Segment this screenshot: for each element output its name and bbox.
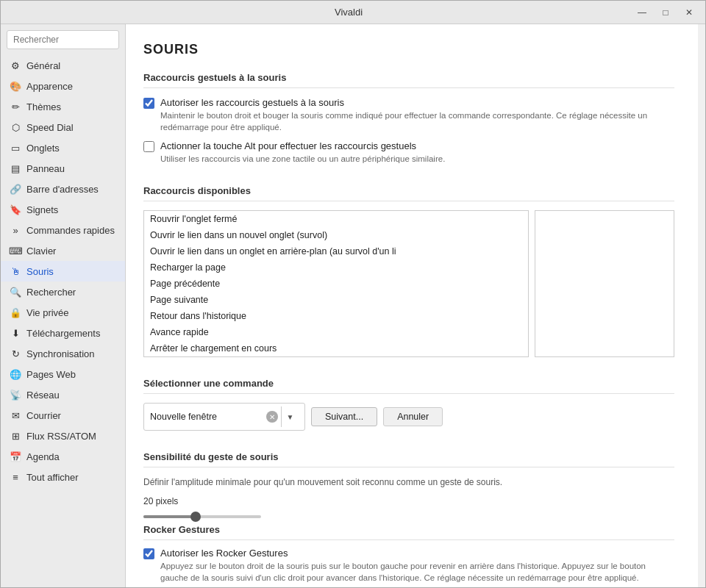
speed-dial-icon: ⬡	[10, 121, 21, 133]
sidebar-item-onglets[interactable]: ▭ Onglets	[1, 137, 125, 158]
sidebar-item-speed-dial[interactable]: ⬡ Speed Dial	[1, 117, 125, 137]
checkbox-label-1[interactable]: Autoriser les raccourcis gestuels à la s…	[160, 97, 674, 108]
slider-value-label: 20 pixels	[143, 496, 178, 506]
suivant-button[interactable]: Suivant...	[311, 407, 377, 426]
list-item[interactable]: Rouvrir l'onglet fermé	[144, 211, 528, 227]
rechercher-icon: 🔍	[10, 286, 21, 298]
sidebar-label-signets: Signets	[26, 204, 58, 215]
slider-thumb[interactable]	[190, 512, 201, 522]
app-window: Vivaldi — □ ✕ ⚙ Général 🎨 Apparence ✏ Th…	[0, 0, 706, 588]
sidebar-item-panneau[interactable]: ▤ Panneau	[1, 158, 125, 179]
sidebar-label-commandes-rapides: Commandes rapides	[26, 225, 115, 236]
sidebar-item-clavier[interactable]: ⌨ Clavier	[1, 240, 125, 261]
tout-afficher-icon: ≡	[10, 471, 21, 483]
agenda-icon: 📅	[10, 451, 21, 462]
close-button[interactable]: ✕	[679, 5, 699, 20]
sidebar-label-flux-rss: Flux RSS/ATOM	[26, 431, 96, 442]
checkbox-desc-2: Utiliser les raccourcis via une zone tac…	[160, 153, 445, 165]
annuler-button[interactable]: Annuler	[383, 407, 443, 426]
sidebar-item-pages-web[interactable]: 🌐 Pages Web	[1, 364, 125, 384]
sensibilite-desc: Définir l'amplitude minimale pour qu'un …	[143, 476, 658, 489]
sidebar-label-telechargements: Téléchargements	[26, 328, 100, 339]
pages-web-icon: 🌐	[10, 368, 21, 380]
main-content: SOURIS Raccourcis gestuels à la souris A…	[126, 24, 698, 587]
list-item[interactable]: Avance rapide	[144, 324, 528, 340]
rocker-title: Rocker Gestures	[143, 524, 674, 540]
checkbox-alt-raccourcis[interactable]	[143, 141, 154, 152]
sidebar-item-general[interactable]: ⚙ Général	[1, 55, 125, 76]
scrollbar-track[interactable]	[698, 24, 705, 587]
rocker-checkbox-desc: Appuyez sur le bouton droit de la souris…	[160, 560, 674, 584]
sidebar-item-apparence[interactable]: 🎨 Apparence	[1, 76, 125, 96]
sidebar-item-signets[interactable]: 🔖 Signets	[1, 199, 125, 220]
list-item[interactable]: Recharger la page	[144, 259, 528, 276]
sidebar-item-reseau[interactable]: 📡 Réseau	[1, 384, 125, 405]
sidebar-label-tout-afficher: Tout afficher	[26, 472, 79, 483]
sidebar-label-souris: Souris	[26, 266, 54, 277]
section-raccourcis-gestuels-title: Raccourcis gestuels à la souris	[143, 72, 674, 88]
sidebar-item-rechercher[interactable]: 🔍 Rechercher	[1, 282, 125, 302]
dropdown-arrow-icon[interactable]: ▼	[281, 406, 299, 427]
sidebar-item-vie-privee[interactable]: 🔒 Vie privée	[1, 302, 125, 323]
rocker-checkbox-label[interactable]: Autoriser les Rocker Gestures	[160, 548, 674, 559]
search-input[interactable]	[7, 30, 119, 49]
sidebar-label-agenda: Agenda	[26, 451, 60, 462]
barre-adresses-icon: 🔗	[10, 183, 21, 195]
select-command-title: Sélectionner une commande	[143, 378, 674, 394]
synchronisation-icon: ↻	[10, 348, 21, 359]
clear-command-button[interactable]: ✕	[266, 411, 278, 423]
list-item[interactable]: Page suivante	[144, 292, 528, 308]
section-select-command: Sélectionner une commande Nouvelle fenêt…	[143, 378, 674, 431]
checkbox-rocker[interactable]	[143, 548, 154, 559]
sidebar-label-vie-privee: Vie privée	[26, 307, 69, 318]
content-area: ⚙ Général 🎨 Apparence ✏ Thèmes ⬡ Speed D…	[1, 24, 705, 587]
sidebar-item-commandes-rapides[interactable]: » Commandes rapides	[1, 220, 125, 240]
list-item[interactable]: Page précédente	[144, 276, 528, 292]
checkbox-autoriser-raccourcis[interactable]	[143, 98, 154, 109]
section-raccourcis-title: Raccourcis disponibles	[143, 185, 674, 201]
list-item[interactable]: Ouvrir le lien dans un onglet en arrière…	[144, 243, 528, 259]
raccourcis-detail-panel	[535, 210, 674, 357]
checkbox-label-2[interactable]: Actionner la touche Alt pour effectuer l…	[160, 140, 445, 151]
sidebar-item-themes[interactable]: ✏ Thèmes	[1, 96, 125, 117]
apparence-icon: 🎨	[10, 80, 21, 92]
minimize-button[interactable]: —	[632, 5, 652, 20]
sidebar-item-tout-afficher[interactable]: ≡ Tout afficher	[1, 467, 125, 487]
section-raccourcis-disponibles: Raccourcis disponibles Rouvrir l'onglet …	[143, 185, 674, 357]
sidebar-label-barre-adresses: Barre d'adresses	[26, 184, 99, 195]
sidebar-item-barre-adresses[interactable]: 🔗 Barre d'adresses	[1, 179, 125, 199]
sidebar-item-agenda[interactable]: 📅 Agenda	[1, 446, 125, 467]
list-item[interactable]: Retour dans l'historique	[144, 308, 528, 324]
window-controls: — □ ✕	[632, 5, 699, 20]
sidebar-label-speed-dial: Speed Dial	[26, 122, 74, 133]
reseau-icon: 📡	[10, 389, 21, 401]
vie-privee-icon: 🔒	[10, 306, 21, 318]
section-rocker: Rocker Gestures Autoriser les Rocker Ges…	[143, 524, 674, 584]
command-select-wrap[interactable]: Nouvelle fenêtre ✕ ▼	[143, 403, 305, 431]
sidebar-item-flux-rss[interactable]: ⊞ Flux RSS/ATOM	[1, 426, 125, 446]
sidebar-label-themes: Thèmes	[26, 101, 61, 112]
maximize-button[interactable]: □	[655, 5, 676, 20]
clavier-icon: ⌨	[10, 245, 21, 257]
sidebar-label-reseau: Réseau	[26, 390, 60, 401]
courrier-icon: ✉	[10, 409, 21, 421]
sidebar-item-courrier[interactable]: ✉ Courrier	[1, 405, 125, 426]
souris-icon: 🖱	[10, 265, 21, 277]
flux-rss-icon: ⊞	[10, 430, 21, 442]
slider-track	[143, 515, 261, 518]
onglets-icon: ▭	[10, 142, 21, 154]
sidebar-item-synchronisation[interactable]: ↻ Synchronisation	[1, 343, 125, 364]
sidebar-label-panneau: Panneau	[26, 163, 65, 174]
select-command-row: Nouvelle fenêtre ✕ ▼ Suivant... Annuler	[143, 403, 674, 431]
raccourcis-container: Rouvrir l'onglet ferméOuvrir le lien dan…	[143, 210, 674, 357]
sidebar-item-souris[interactable]: 🖱 Souris	[1, 261, 125, 282]
sidebar-item-telechargements[interactable]: ⬇ Téléchargements	[1, 323, 125, 343]
themes-icon: ✏	[10, 101, 21, 112]
list-item[interactable]: Arrêter le chargement en cours	[144, 340, 528, 356]
sidebar-label-onglets: Onglets	[26, 143, 60, 154]
sidebar-label-apparence: Apparence	[26, 81, 73, 92]
list-item[interactable]: Ouvrir le lien dans un nouvel onglet (su…	[144, 227, 528, 243]
checkbox-row-2: Actionner la touche Alt pour effectuer l…	[143, 140, 674, 165]
checkbox-row-1: Autoriser les raccourcis gestuels à la s…	[143, 97, 674, 133]
raccourcis-list[interactable]: Rouvrir l'onglet ferméOuvrir le lien dan…	[143, 210, 529, 357]
